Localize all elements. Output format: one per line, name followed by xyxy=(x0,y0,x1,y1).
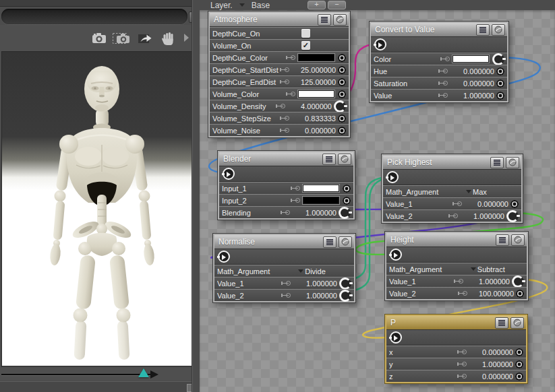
keyframe-icon[interactable] xyxy=(290,197,301,203)
keyframe-icon[interactable] xyxy=(280,209,291,216)
param-value[interactable]: 0.000000 xyxy=(469,348,513,356)
node-p[interactable]: P x 0.000000 y 1.000000 z 0.000000 xyxy=(385,315,527,383)
node-blender[interactable]: Blender Input_1 Input_2 Blending 1.00000… xyxy=(218,151,355,220)
param-value[interactable]: 125.00000 xyxy=(291,78,336,86)
node-header[interactable]: P xyxy=(386,316,526,330)
node-convert-to-value[interactable]: Convert to Value Color Hue 0.000000 Satu… xyxy=(370,22,508,102)
node-header[interactable]: Atmosphere xyxy=(210,13,349,27)
param-value[interactable]: 0.000000 xyxy=(291,127,336,135)
param-value[interactable]: 4.000000 xyxy=(287,102,332,110)
keyframe-icon[interactable] xyxy=(457,349,467,355)
camera-icon[interactable] xyxy=(90,30,108,48)
preview-sphere-button[interactable] xyxy=(506,157,519,168)
param-value[interactable]: 1.000000 xyxy=(460,212,504,220)
preview-sphere-button[interactable] xyxy=(333,14,347,26)
node-header[interactable]: Blender xyxy=(219,152,353,166)
keyframe-icon[interactable] xyxy=(290,185,301,191)
output-socket[interactable] xyxy=(386,171,399,183)
keyframe-icon[interactable] xyxy=(279,127,290,133)
keyframe-icon[interactable] xyxy=(440,56,450,62)
layer-value[interactable]: Base xyxy=(252,1,270,10)
node-height[interactable]: Height Math_Argument Subtract Value_1 1.… xyxy=(385,232,528,300)
param-value[interactable]: 1.000000 xyxy=(293,280,337,288)
node-header[interactable]: Pick Highest xyxy=(383,156,521,170)
render-camera-icon[interactable] xyxy=(112,30,132,48)
param-value[interactable]: 0.000000 xyxy=(469,372,513,381)
preview-sphere-button[interactable] xyxy=(338,154,351,165)
chevron-down-icon[interactable] xyxy=(239,3,245,7)
keyframe-icon[interactable] xyxy=(281,280,291,286)
preview-sphere-button[interactable] xyxy=(339,236,352,248)
keyframe-icon[interactable] xyxy=(279,67,290,73)
node-atmosphere[interactable]: Atmosphere DepthCue_On Volume_On ✓ Depth… xyxy=(208,11,350,137)
checkbox[interactable] xyxy=(301,29,310,38)
output-socket[interactable] xyxy=(218,251,230,263)
keyframe-icon[interactable] xyxy=(285,91,296,97)
input-port[interactable] xyxy=(338,78,346,86)
param-value[interactable]: 25.000000 xyxy=(291,66,336,74)
param-value[interactable]: 1.000000 xyxy=(292,209,337,217)
input-port[interactable] xyxy=(343,197,351,205)
node-normalise[interactable]: Normalise Math_Argument Divide Value_1 1… xyxy=(213,234,355,302)
checkbox-checked[interactable]: ✓ xyxy=(301,41,310,50)
render-viewport[interactable] xyxy=(1,51,193,368)
color-swatch[interactable] xyxy=(452,55,490,63)
param-value[interactable]: 1.000000 xyxy=(293,292,337,300)
input-port[interactable] xyxy=(515,348,523,356)
export-icon[interactable] xyxy=(137,30,154,48)
keyframe-icon[interactable] xyxy=(285,55,296,61)
color-swatch[interactable] xyxy=(302,184,340,193)
timeline-track[interactable] xyxy=(1,374,152,375)
input-port[interactable] xyxy=(510,200,519,208)
input-port[interactable] xyxy=(515,372,523,381)
list-view-button[interactable] xyxy=(318,14,331,26)
param-value[interactable]: 0.000000 xyxy=(464,200,508,208)
list-view-button[interactable] xyxy=(476,24,490,36)
output-socket[interactable] xyxy=(390,249,402,261)
input-port[interactable] xyxy=(338,90,346,98)
param-value[interactable]: 0.000000 xyxy=(450,67,494,75)
input-port-connected[interactable] xyxy=(506,210,519,222)
color-swatch[interactable] xyxy=(297,53,335,62)
add-layer-button[interactable]: + xyxy=(308,1,326,9)
list-view-button[interactable] xyxy=(495,317,508,329)
keyframe-icon[interactable] xyxy=(438,80,448,86)
input-port[interactable] xyxy=(343,185,351,193)
keyframe-icon[interactable] xyxy=(457,361,467,367)
param-value[interactable]: 1.000000 xyxy=(469,360,513,368)
input-port[interactable] xyxy=(496,67,504,75)
node-pick-highest[interactable]: Pick Highest Math_Argument Max Value_1 0… xyxy=(382,154,523,223)
timeline-marker[interactable] xyxy=(138,368,149,377)
node-header[interactable]: Normalise xyxy=(214,235,354,249)
output-socket[interactable] xyxy=(223,168,235,180)
keyframe-icon[interactable] xyxy=(279,79,290,85)
input-port-connected[interactable] xyxy=(339,290,351,302)
input-port[interactable] xyxy=(496,79,504,88)
keyframe-icon[interactable] xyxy=(275,103,286,109)
math-argument-dropdown[interactable]: Max xyxy=(466,186,487,197)
math-argument-dropdown[interactable]: Divide xyxy=(298,265,326,277)
input-port[interactable] xyxy=(338,115,346,123)
input-port[interactable] xyxy=(516,290,524,298)
pan-hand-icon[interactable] xyxy=(160,30,176,49)
list-view-button[interactable] xyxy=(323,236,337,248)
input-port-connected[interactable] xyxy=(339,207,351,219)
param-value[interactable]: 0.833333 xyxy=(291,115,336,123)
node-header[interactable]: Height xyxy=(386,233,527,247)
input-port[interactable] xyxy=(338,66,346,74)
input-port[interactable] xyxy=(338,54,346,62)
keyframe-icon[interactable] xyxy=(457,373,467,379)
keyframe-icon[interactable] xyxy=(438,68,448,74)
input-port-connected[interactable] xyxy=(492,53,504,65)
output-socket[interactable] xyxy=(390,331,402,344)
list-view-button[interactable] xyxy=(496,234,509,246)
remove-layer-button[interactable]: − xyxy=(328,1,346,9)
color-swatch[interactable] xyxy=(302,196,340,205)
input-port[interactable] xyxy=(515,360,523,368)
math-argument-dropdown[interactable]: Subtract xyxy=(471,263,505,275)
input-port[interactable] xyxy=(338,127,346,135)
keyframe-icon[interactable] xyxy=(453,278,464,284)
input-port-connected[interactable] xyxy=(334,100,346,112)
keyframe-icon[interactable] xyxy=(281,292,291,298)
preview-sphere-button[interactable] xyxy=(510,317,524,329)
